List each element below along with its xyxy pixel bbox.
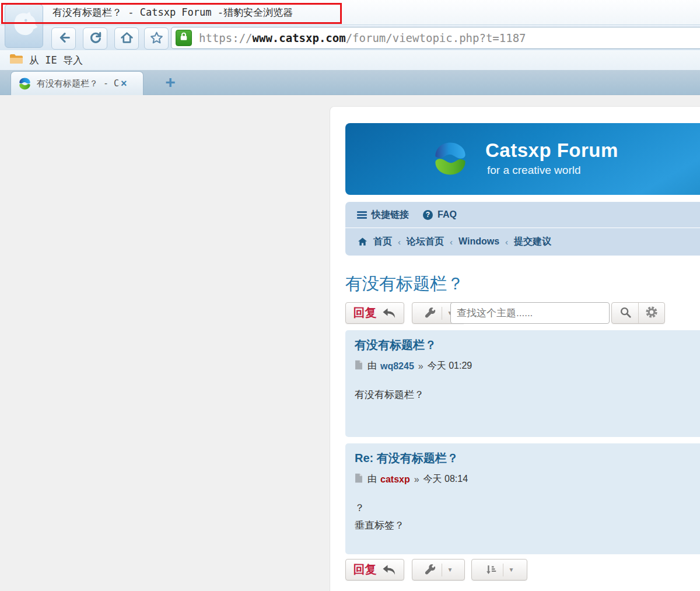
reply-arrow-icon <box>382 563 397 577</box>
bookmarks-bar: 从 IE 导入 <box>0 50 700 70</box>
breadcrumb-windows-link[interactable]: Windows <box>459 236 499 247</box>
ssl-lock-badge[interactable] <box>176 30 192 46</box>
post: Re: 有没有标题栏？ 由 catsxp » 今天 08:14 ？ 垂直标签？ <box>345 443 700 554</box>
post-author-link[interactable]: wq8245 <box>380 361 414 372</box>
lock-icon <box>178 32 189 44</box>
sort-icon <box>485 564 498 576</box>
navbar-row-links: 快捷链接 ? FAQ <box>345 202 700 228</box>
breadcrumb-home-link[interactable]: 首页 <box>373 236 392 248</box>
url-protocol: https:// <box>199 32 253 44</box>
breadcrumb-suggestions-link[interactable]: 提交建议 <box>514 236 551 248</box>
refresh-button[interactable] <box>83 27 107 50</box>
title-bar: 有没有标题栏？ - Catsxp Forum -猎豹安全浏览器 <box>0 0 700 25</box>
bookmark-star-button[interactable] <box>144 27 169 50</box>
forum-card: Catsxp Forum for a creative world 快捷链接 ?… <box>330 106 700 591</box>
catsxp-logo-icon <box>18 77 32 90</box>
post-meta: 由 catsxp » 今天 08:14 <box>355 473 700 485</box>
post: 有没有标题栏？ 由 wq8245 » 今天 01:29 有没有标题栏？ <box>345 330 700 437</box>
quick-links-button[interactable]: 快捷链接 <box>372 209 409 221</box>
breadcrumb-board-index-link[interactable]: 论坛首页 <box>407 236 444 248</box>
post-document-icon <box>355 473 368 485</box>
tab-close-button[interactable]: × <box>121 78 127 89</box>
bookmark-folder-import-ie[interactable]: 从 IE 导入 <box>9 52 83 68</box>
refresh-icon <box>88 30 103 47</box>
url-text: https://www.catsxp.com/forum/viewtopic.p… <box>199 32 526 44</box>
forum-navbar: 快捷链接 ? FAQ 首页 ‹ 论坛首页 ‹ Windows ‹ <box>345 202 700 256</box>
back-button[interactable] <box>51 27 76 50</box>
post-timestamp: 今天 08:14 <box>424 473 468 485</box>
forum-subtitle: for a creative world <box>487 164 581 177</box>
tab-title: 有没有标题栏？ - Cats <box>37 78 120 89</box>
back-icon <box>57 30 71 47</box>
post-timestamp: 今天 01:29 <box>428 360 472 372</box>
topic-title: 有没有标题栏？ <box>345 272 464 296</box>
post-body: ？ 垂直标签？ <box>355 499 700 534</box>
browser-window: 有没有标题栏？ - Catsxp Forum -猎豹安全浏览器 <box>0 0 700 591</box>
chevron-down-icon[interactable]: ▼ <box>509 566 514 573</box>
forum-title: Catsxp Forum <box>485 139 618 162</box>
search-submit-button[interactable] <box>612 303 638 323</box>
home-icon <box>120 30 134 47</box>
forum-banner[interactable]: Catsxp Forum for a creative world <box>345 123 700 195</box>
search-button-group <box>611 302 665 324</box>
catsxp-banner-logo-icon <box>432 138 469 179</box>
url-path: /forum/viewtopic.php?t=1187 <box>346 32 526 44</box>
reply-button[interactable]: 回复 <box>345 302 404 324</box>
tab-active[interactable]: 有没有标题栏？ - Cats × <box>10 71 144 95</box>
chevron-down-icon[interactable]: ▼ <box>447 566 453 573</box>
annotation-red-box <box>1 3 342 24</box>
post-title-link[interactable]: Re: 有没有标题栏？ <box>355 450 700 466</box>
browser-toolbar: https://www.catsxp.com/forum/viewtopic.p… <box>0 25 700 50</box>
url-domain: www.catsxp.com <box>253 32 346 44</box>
forum-content: Catsxp Forum for a creative world 快捷链接 ?… <box>345 123 700 587</box>
home-button[interactable] <box>114 27 139 50</box>
wrench-icon <box>424 564 436 576</box>
reply-arrow-icon <box>382 306 397 320</box>
address-bar[interactable]: https://www.catsxp.com/forum/viewtopic.p… <box>171 27 700 49</box>
breadcrumb-home-icon <box>357 236 368 247</box>
breadcrumb-separator: ‹ <box>398 237 401 247</box>
post-title-link[interactable]: 有没有标题栏？ <box>355 337 700 353</box>
post-author-link[interactable]: catsxp <box>380 474 410 485</box>
search-settings-button[interactable] <box>638 303 664 323</box>
folder-icon <box>9 53 23 67</box>
search-icon <box>619 306 632 321</box>
post-document-icon <box>355 360 368 372</box>
page-content: Catsxp Forum for a creative world 快捷链接 ?… <box>0 95 700 591</box>
sort-button[interactable]: ▼ <box>471 559 527 580</box>
star-icon <box>149 30 164 47</box>
faq-link[interactable]: FAQ <box>438 209 457 220</box>
faq-icon: ? <box>423 210 433 220</box>
bookmark-label: 从 IE 导入 <box>29 54 83 67</box>
topic-tools-button[interactable]: ▼ <box>412 559 465 580</box>
wrench-icon <box>424 307 436 319</box>
tab-bar: 有没有标题栏？ - Cats × + <box>0 70 700 95</box>
post-body: 有没有标题栏？ <box>355 386 700 404</box>
gear-icon <box>645 306 658 321</box>
breadcrumb-separator: ‹ <box>505 237 508 247</box>
breadcrumb: 首页 ‹ 论坛首页 ‹ Windows ‹ 提交建议 <box>345 228 700 255</box>
reply-button[interactable]: 回复 <box>345 559 404 580</box>
topic-search-input[interactable] <box>450 302 610 324</box>
new-tab-button[interactable]: + <box>159 71 182 94</box>
quick-links-icon <box>357 210 367 220</box>
breadcrumb-separator: ‹ <box>450 237 453 247</box>
post-meta: 由 wq8245 » 今天 01:29 <box>355 360 700 372</box>
